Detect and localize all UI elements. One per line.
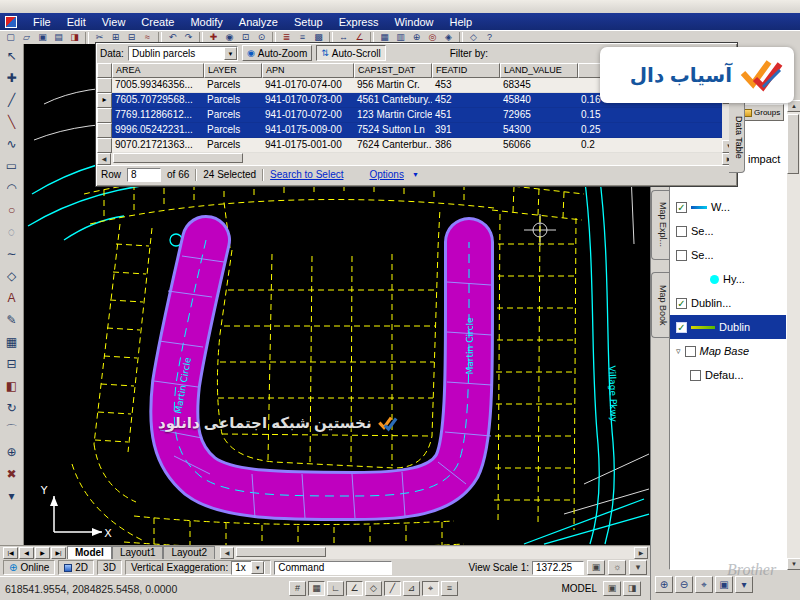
- legend-item[interactable]: Se...: [670, 219, 786, 243]
- scroll-track[interactable]: [787, 112, 800, 558]
- grid-icon[interactable]: ▦: [308, 581, 325, 596]
- mode-2d-button[interactable]: 2D: [58, 560, 94, 575]
- status-menu-arrow-icon[interactable]: ▾: [629, 560, 647, 575]
- column-header[interactable]: AREA: [112, 63, 204, 78]
- table-cell[interactable]: 72965: [500, 108, 578, 123]
- column-header[interactable]: LAND_VALUE: [500, 63, 578, 78]
- table-cell[interactable]: 941-0170-073-00: [262, 93, 354, 108]
- tool-spline-icon[interactable]: ∼: [2, 244, 22, 264]
- print-icon[interactable]: ▤: [51, 31, 66, 44]
- table-cell[interactable]: 941-0170-072-00: [262, 108, 354, 123]
- table-cell[interactable]: 45840: [500, 93, 578, 108]
- view-scale-input[interactable]: 1372.25: [532, 561, 584, 575]
- legend-item[interactable]: ✓W...: [670, 195, 786, 219]
- layout-tab-model[interactable]: Model: [67, 546, 112, 559]
- table-cell[interactable]: 941-0170-074-00: [262, 78, 354, 93]
- table-cell[interactable]: 941-0175-009-00: [262, 123, 354, 138]
- layer-checkbox[interactable]: [690, 370, 701, 381]
- tool-region-icon[interactable]: ⊟: [2, 354, 22, 374]
- row-selector-cell[interactable]: [97, 108, 112, 123]
- next-tab-icon[interactable]: ▶: [35, 547, 50, 559]
- tab-groups[interactable]: Groups: [740, 104, 784, 121]
- auto-zoom-button[interactable]: ◉ Auto-Zoom: [242, 45, 312, 61]
- tool-polyline-icon[interactable]: ∿: [2, 134, 22, 154]
- menu-item-help[interactable]: Help: [442, 15, 481, 29]
- tool-circle-icon[interactable]: ○: [2, 200, 22, 220]
- tool-text-icon[interactable]: A: [2, 288, 22, 308]
- menu-item-file[interactable]: File: [25, 15, 59, 29]
- online-status[interactable]: ⊕ Online: [3, 560, 55, 575]
- column-header[interactable]: CAP1ST_DAT: [354, 63, 432, 78]
- lock-icon[interactable]: ▣: [587, 560, 605, 575]
- table-row[interactable]: 7769.11286612...Parcels941-0170-072-0012…: [97, 108, 722, 123]
- auto-scroll-button[interactable]: ⇅ Auto-Scroll: [316, 45, 385, 61]
- table-cell[interactable]: Parcels: [204, 108, 262, 123]
- light-bulb-icon[interactable]: ☼: [608, 560, 626, 575]
- tool-flyout-icon[interactable]: ▾: [2, 486, 22, 506]
- legend-item[interactable]: ▿Map Base: [670, 339, 786, 363]
- first-tab-icon[interactable]: |◀: [3, 547, 18, 559]
- table-cell[interactable]: 7624 Canterbur...: [354, 138, 432, 153]
- tab-map-explorer[interactable]: Map Expl...: [651, 190, 669, 260]
- column-header[interactable]: FEATID: [432, 63, 500, 78]
- table-cell[interactable]: 391: [432, 123, 500, 138]
- dyn-icon[interactable]: ⌖: [422, 581, 439, 596]
- menu-item-setup[interactable]: Setup: [286, 15, 331, 29]
- menu-item-view[interactable]: View: [94, 15, 134, 29]
- table-cell[interactable]: 123 Martin Circle: [354, 108, 432, 123]
- layout-tab-layout1[interactable]: Layout1: [112, 546, 164, 559]
- legend-item[interactable]: Hy...: [670, 267, 786, 291]
- data-source-select[interactable]: Dublin parcels ▼: [128, 46, 238, 61]
- save-icon[interactable]: ▣: [35, 31, 50, 44]
- scroll-thumb[interactable]: [113, 153, 243, 163]
- table-cell[interactable]: 7605.70729568...: [112, 93, 204, 108]
- command-line-field[interactable]: Command: [274, 561, 392, 575]
- tool-hatch-icon[interactable]: ▦: [2, 332, 22, 352]
- vertical-exaggeration-select[interactable]: 1x ▼: [231, 561, 265, 575]
- task-pane-scrollbar[interactable]: ▲ ▼: [787, 100, 800, 570]
- table-cell[interactable]: 453: [432, 78, 500, 93]
- tool-rotate-icon[interactable]: ↻: [2, 398, 22, 418]
- prev-tab-icon[interactable]: ◀: [19, 547, 34, 559]
- scroll-left-icon[interactable]: ◀: [220, 547, 234, 559]
- chevron-down-icon[interactable]: ▼: [251, 561, 264, 574]
- menu-item-modify[interactable]: Modify: [182, 15, 230, 29]
- tab-map-book[interactable]: Map Book: [651, 272, 669, 338]
- tool-fillet-icon[interactable]: ⌒: [2, 420, 22, 440]
- scroll-thumb[interactable]: [236, 547, 326, 557]
- table-row[interactable]: 9996.05242231...Parcels941-0175-009-0075…: [97, 123, 722, 138]
- table-cell[interactable]: Parcels: [204, 123, 262, 138]
- tool-construction-line-icon[interactable]: ╱: [2, 90, 22, 110]
- layer-checkbox[interactable]: ✓: [676, 298, 687, 309]
- table-cell[interactable]: 0.25: [578, 123, 722, 138]
- legend-item[interactable]: Se...: [670, 243, 786, 267]
- lwt-icon[interactable]: ≡: [441, 581, 458, 596]
- menu-item-express[interactable]: Express: [331, 15, 387, 29]
- table-cell[interactable]: 4561 Cantebury...: [354, 93, 432, 108]
- last-tab-icon[interactable]: ▶|: [51, 547, 66, 559]
- layer-checkbox[interactable]: [676, 250, 687, 261]
- pane-zoom-out-icon[interactable]: ⊖: [675, 576, 693, 593]
- menu-item-create[interactable]: Create: [133, 15, 182, 29]
- polar-icon[interactable]: ∠: [346, 581, 363, 596]
- row-selector-cell[interactable]: [97, 78, 112, 93]
- tool-erase-icon[interactable]: ✖: [2, 464, 22, 484]
- tool-gradient-icon[interactable]: ◧: [2, 376, 22, 396]
- table-cell[interactable]: 956 Martin Cr.: [354, 78, 432, 93]
- layer-checkbox[interactable]: ✓: [676, 202, 687, 213]
- table-cell[interactable]: 9996.05242231...: [112, 123, 204, 138]
- scroll-track[interactable]: [234, 547, 634, 559]
- legend-item[interactable]: ✓Dublin: [670, 315, 786, 339]
- menu-item-window[interactable]: Window: [386, 15, 441, 29]
- table-cell[interactable]: 452: [432, 93, 500, 108]
- selected-parcels[interactable]: [154, 240, 492, 518]
- legend-item[interactable]: ✓Dublin...: [670, 291, 786, 315]
- scroll-thumb[interactable]: [787, 114, 799, 174]
- column-header[interactable]: LAYER: [204, 63, 262, 78]
- maximize-viewport-icon[interactable]: ▣: [603, 581, 621, 596]
- new-icon[interactable]: ▢: [3, 31, 18, 44]
- expand-icon[interactable]: ▿: [676, 346, 681, 356]
- ortho-icon[interactable]: ∟: [327, 581, 344, 596]
- scroll-right-icon[interactable]: ▶: [634, 547, 648, 559]
- table-cell[interactable]: Parcels: [204, 138, 262, 153]
